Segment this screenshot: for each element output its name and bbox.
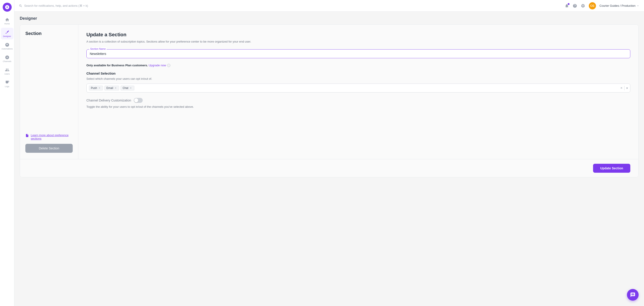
business-notice: Only available for Business Plan custome… <box>86 64 630 67</box>
search-placeholder: Search for notifications, help, and acti… <box>24 4 88 7</box>
channel-tag-email: Email × <box>104 86 119 91</box>
notification-dot <box>568 3 570 5</box>
page-title: Designer <box>20 16 638 21</box>
channel-tag-push: Push × <box>89 86 103 91</box>
delete-section-button[interactable]: Delete Section <box>25 144 73 153</box>
channel-select-box[interactable]: Push × Email × Chat × × <box>86 84 630 93</box>
form-subtitle: A section is a collection of subscriptio… <box>86 39 630 44</box>
channel-select-actions: × ▾ <box>620 86 628 90</box>
delivery-label: Channel Delivery Customization <box>86 99 131 102</box>
channel-selection-heading: Channel Selection <box>86 71 630 75</box>
topbar-right: CG Courier Guides / Production <box>564 2 640 9</box>
chevron-down-icon <box>636 4 640 7</box>
card-inner: Section Learn more about preference sect… <box>20 25 638 159</box>
channel-tag-chat: Chat × <box>120 86 134 91</box>
delivery-row: Channel Delivery Customization <box>86 98 630 103</box>
channel-selection-desc: Select which channels your users can opt… <box>86 77 630 80</box>
workspace-selector[interactable]: Courier Guides / Production <box>600 4 640 7</box>
card-left-panel: Section Learn more about preference sect… <box>20 25 78 159</box>
channel-dropdown-chevron[interactable]: ▾ <box>626 86 628 90</box>
toggle-thumb <box>134 98 138 102</box>
card-footer: Update Section <box>20 159 638 177</box>
sidebar-item-logs[interactable]: Logs <box>1 78 14 90</box>
document-icon <box>25 134 29 137</box>
sidebar-item-channels[interactable]: Channels <box>1 53 14 64</box>
topbar: Search for notifications, help, and acti… <box>14 0 644 12</box>
info-icon[interactable]: i <box>167 64 170 67</box>
delivery-desc: Toggle the ability for your users to opt… <box>86 105 630 108</box>
delivery-toggle[interactable] <box>134 98 143 103</box>
sidebar-item-home[interactable]: Home <box>1 15 14 27</box>
channel-divider <box>624 86 624 90</box>
form-title: Update a Section <box>86 32 630 38</box>
settings-icon[interactable] <box>581 3 585 8</box>
channel-clear-button[interactable]: × <box>620 86 622 90</box>
chat-bubble[interactable] <box>627 289 638 301</box>
page-content: Designer Section Learn more about prefer… <box>14 12 644 306</box>
sidebar-item-designer[interactable]: Designer <box>1 28 14 39</box>
learn-more-link[interactable]: Learn more about preference sections <box>25 134 73 140</box>
help-icon[interactable] <box>573 3 577 8</box>
search-icon <box>19 4 22 8</box>
card-left-title: Section <box>25 31 73 36</box>
main-area: Search for notifications, help, and acti… <box>14 0 644 306</box>
sidebar-item-automations[interactable]: Automations <box>1 40 14 52</box>
section-card: Section Learn more about preference sect… <box>20 24 638 177</box>
chat-icon <box>630 292 636 298</box>
search-area[interactable]: Search for notifications, help, and acti… <box>19 4 108 8</box>
app-logo[interactable] <box>3 3 12 12</box>
user-avatar[interactable]: CG <box>589 2 596 9</box>
update-section-button[interactable]: Update Section <box>593 164 630 173</box>
card-right-panel: Update a Section A section is a collecti… <box>78 25 638 159</box>
section-name-field: Section Name <box>86 49 630 58</box>
sidebar-item-users[interactable]: Users <box>1 65 14 77</box>
remove-chat-tag[interactable]: × <box>129 86 132 90</box>
remove-email-tag[interactable]: × <box>114 86 117 90</box>
section-name-label: Section Name <box>89 47 106 50</box>
card-left-footer: Learn more about preference sections Del… <box>25 128 73 153</box>
sidebar: Home Designer Automations Channels Users… <box>0 0 14 306</box>
section-name-input[interactable] <box>90 52 627 56</box>
remove-push-tag[interactable]: × <box>98 86 101 90</box>
upgrade-link[interactable]: Upgrade now <box>148 64 166 67</box>
notifications-icon[interactable] <box>564 3 569 8</box>
